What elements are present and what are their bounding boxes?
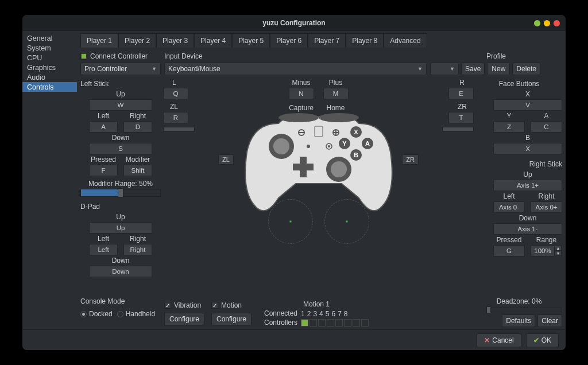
save-button[interactable]: Save bbox=[461, 63, 485, 75]
lstick-right-button[interactable]: D bbox=[123, 121, 152, 133]
zl-button[interactable]: R bbox=[163, 112, 188, 123]
modifier-range-label: Modifier Range: 50% bbox=[80, 180, 161, 188]
profile-label: Profile bbox=[430, 52, 562, 60]
motion-circles bbox=[268, 199, 369, 244]
tab-player3[interactable]: Player 3 bbox=[156, 33, 194, 48]
svg-text:X: X bbox=[354, 129, 358, 135]
player-tabs: Player 1 Player 2 Player 3 Player 4 Play… bbox=[80, 33, 562, 48]
range-up[interactable]: ▲ bbox=[555, 246, 562, 251]
svg-point-20 bbox=[307, 145, 310, 148]
tab-player8[interactable]: Player 8 bbox=[346, 33, 384, 48]
sidebar-item-controls[interactable]: Controls bbox=[22, 82, 77, 92]
svg-point-22 bbox=[328, 145, 330, 147]
tab-player1[interactable]: Player 1 bbox=[80, 33, 118, 48]
svg-text:A: A bbox=[365, 140, 370, 147]
zr-slider[interactable] bbox=[442, 127, 474, 131]
left-stick-title: Left Stick bbox=[80, 79, 161, 89]
range-value[interactable]: 100% bbox=[531, 245, 555, 257]
dpad-up-button[interactable]: Up bbox=[89, 222, 152, 234]
rstick-left-button[interactable]: Axis 0- bbox=[493, 201, 525, 213]
dpad-down-button[interactable]: Down bbox=[89, 266, 152, 277]
cancel-icon: ✕ bbox=[484, 336, 490, 344]
minus-button[interactable]: N bbox=[289, 88, 314, 99]
config-window: yuzu Configuration General System CPU Gr… bbox=[22, 15, 566, 350]
controller-type-select[interactable]: Pro Controller▼ bbox=[80, 63, 161, 75]
rstick-up-button[interactable]: Axis 1+ bbox=[493, 180, 562, 191]
dpad-title: D-Pad bbox=[80, 201, 161, 212]
input-device-label: Input Device bbox=[164, 52, 427, 60]
tab-advanced[interactable]: Advanced bbox=[384, 33, 427, 48]
ok-button[interactable]: ✔OK bbox=[526, 333, 559, 347]
face-b-button[interactable]: X bbox=[493, 143, 562, 154]
svg-point-1 bbox=[319, 113, 359, 122]
deadzone-slider[interactable] bbox=[488, 308, 562, 312]
new-button[interactable]: New bbox=[487, 63, 510, 75]
maximize-icon[interactable] bbox=[544, 20, 550, 26]
sidebar: General System CPU Graphics Audio Contro… bbox=[22, 31, 77, 329]
tab-player7[interactable]: Player 7 bbox=[308, 33, 346, 48]
tab-player2[interactable]: Player 2 bbox=[118, 33, 156, 48]
defaults-button[interactable]: Defaults bbox=[502, 314, 535, 327]
lstick-pressed-button[interactable]: F bbox=[89, 165, 118, 176]
sidebar-item-general[interactable]: General bbox=[22, 33, 77, 43]
dpad-left-button[interactable]: Left bbox=[89, 244, 118, 255]
minimize-icon[interactable] bbox=[534, 20, 540, 26]
plus-button[interactable]: M bbox=[323, 88, 349, 99]
right-stick-title: Right Stick bbox=[529, 159, 562, 169]
l-button[interactable]: Q bbox=[163, 88, 188, 99]
rstick-pressed-button[interactable]: G bbox=[493, 245, 525, 257]
face-buttons-title: Face Buttons bbox=[499, 79, 540, 89]
profile-select[interactable]: ▼ bbox=[430, 63, 459, 75]
lstick-left-button[interactable]: A bbox=[89, 121, 118, 133]
deadzone-label: Deadzone: 0% bbox=[497, 297, 542, 305]
svg-point-0 bbox=[278, 113, 319, 122]
connect-label: Connect Controller bbox=[90, 52, 148, 60]
vibration-configure-button[interactable]: Configure bbox=[164, 313, 204, 325]
sidebar-item-audio[interactable]: Audio bbox=[22, 72, 77, 82]
rstick-right-button[interactable]: Axis 0+ bbox=[531, 201, 562, 213]
lstick-modifier-button[interactable]: Shift bbox=[123, 165, 152, 176]
connect-controller-check[interactable]: Connect Controller bbox=[80, 52, 161, 60]
lstick-down-button[interactable]: S bbox=[89, 143, 152, 154]
zr-indicator: ZR bbox=[402, 154, 419, 165]
tab-player4[interactable]: Player 4 bbox=[194, 33, 232, 48]
tab-player6[interactable]: Player 6 bbox=[270, 33, 308, 48]
face-x-button[interactable]: V bbox=[493, 99, 562, 111]
clear-button[interactable]: Clear bbox=[537, 314, 562, 327]
sidebar-item-cpu[interactable]: CPU bbox=[22, 53, 77, 63]
chevron-down-icon: ▼ bbox=[152, 66, 157, 72]
console-mode-group: Console Mode Docked Handheld bbox=[80, 297, 161, 329]
lstick-up-button[interactable]: W bbox=[89, 99, 152, 111]
close-icon[interactable] bbox=[554, 20, 560, 26]
modifier-range-slider[interactable] bbox=[80, 189, 161, 197]
zl-slider[interactable] bbox=[163, 127, 195, 131]
zl-indicator: ZL bbox=[218, 154, 234, 165]
controller-leds bbox=[301, 319, 369, 327]
checkbox-icon bbox=[80, 53, 87, 60]
svg-text:B: B bbox=[354, 152, 358, 158]
titlebar: yuzu Configuration bbox=[22, 15, 566, 31]
range-down[interactable]: ▼ bbox=[555, 251, 562, 256]
face-a-button[interactable]: C bbox=[531, 121, 562, 133]
sidebar-item-graphics[interactable]: Graphics bbox=[22, 63, 77, 72]
docked-radio[interactable]: Docked bbox=[80, 310, 113, 318]
svg-point-3 bbox=[273, 138, 289, 154]
zr-button[interactable]: T bbox=[448, 112, 474, 123]
chevron-down-icon: ▼ bbox=[417, 66, 423, 72]
svg-point-5 bbox=[331, 161, 347, 177]
rstick-down-button[interactable]: Axis 1- bbox=[493, 223, 562, 235]
tab-player5[interactable]: Player 5 bbox=[232, 33, 270, 48]
r-button[interactable]: E bbox=[448, 88, 474, 99]
sidebar-item-system[interactable]: System bbox=[22, 43, 77, 53]
motion-configure-button[interactable]: Configure bbox=[211, 313, 252, 325]
cancel-button[interactable]: ✕Cancel bbox=[477, 333, 521, 347]
chevron-down-icon: ▼ bbox=[450, 66, 455, 72]
vibration-check[interactable]: Vibration bbox=[164, 301, 204, 309]
input-device-select[interactable]: Keyboard/Mouse▼ bbox=[164, 63, 427, 75]
handheld-radio[interactable]: Handheld bbox=[117, 310, 155, 318]
dpad-right-button[interactable]: Right bbox=[123, 244, 152, 255]
motion-check[interactable]: Motion bbox=[211, 301, 252, 309]
face-y-button[interactable]: Z bbox=[493, 121, 525, 133]
svg-text:Y: Y bbox=[342, 140, 347, 147]
delete-button[interactable]: Delete bbox=[512, 63, 540, 75]
